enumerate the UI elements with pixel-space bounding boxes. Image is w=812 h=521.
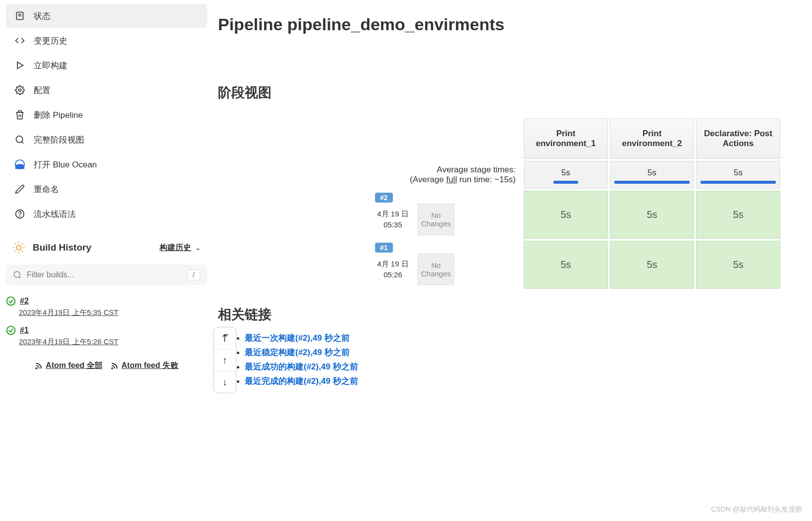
main-content: Pipeline pipeline_demo_envirments 阶段视图 P… xyxy=(213,0,812,521)
svg-line-14 xyxy=(22,251,23,252)
build-date[interactable]: 2023年4月19日 上午5:26 CST xyxy=(19,337,207,347)
svg-point-21 xyxy=(7,297,15,306)
success-icon xyxy=(6,296,16,306)
related-link[interactable]: 最近稳定构建(#2),49 秒之前 xyxy=(245,348,350,357)
svg-marker-3 xyxy=(17,62,23,68)
help-icon xyxy=(14,208,26,220)
stage-run-row[interactable]: #1 4月 19 日05:26 No Changes 5s 5s 5s xyxy=(373,241,780,289)
watermark: CSDN @敲代码敲到头发茂密 xyxy=(711,505,802,514)
build-entry[interactable]: #2 2023年4月19日 上午5:35 CST xyxy=(6,293,207,322)
stage-cell[interactable]: 5s xyxy=(696,241,780,289)
sidebar: 状态 变更历史 立即构建 配置 删除 Pipeline 完整阶段视图 打开 Bl… xyxy=(0,0,213,521)
nav-label: 重命名 xyxy=(34,184,59,195)
build-date[interactable]: 2023年4月19日 上午5:35 CST xyxy=(19,308,207,317)
build-badge: #2 xyxy=(375,193,393,203)
build-history-subtitle: 构建历史 xyxy=(160,243,191,253)
svg-point-22 xyxy=(7,326,15,335)
stage-cell[interactable]: 5s xyxy=(610,241,694,289)
atom-feed-fail-link[interactable]: Atom feed 失败 xyxy=(110,361,178,371)
nav-changes[interactable]: 变更历史 xyxy=(6,29,207,52)
atom-feed-all-link[interactable]: Atom feed 全部 xyxy=(35,361,103,371)
edit-icon xyxy=(14,183,26,195)
build-number-link[interactable]: #1 xyxy=(20,326,29,335)
scroll-up-button[interactable]: ↑ xyxy=(214,349,236,371)
chevron-down-icon[interactable]: ⌄ xyxy=(195,244,201,252)
avg-time-cell: 5s xyxy=(610,161,694,189)
avg-time-cell: 5s xyxy=(524,161,608,189)
stage-header: Print environment_1 xyxy=(524,118,608,159)
nav-rename[interactable]: 重命名 xyxy=(6,177,207,201)
nav-configure[interactable]: 配置 xyxy=(6,78,207,102)
avg-time-cell: 5s xyxy=(696,161,780,189)
build-history-title: Build History xyxy=(33,242,160,253)
search-icon xyxy=(13,270,22,279)
build-number-link[interactable]: #2 xyxy=(20,297,29,306)
svg-point-24 xyxy=(111,367,112,368)
build-badge: #1 xyxy=(375,243,393,253)
status-icon xyxy=(14,10,26,22)
nav-label: 打开 Blue Ocean xyxy=(34,159,97,170)
related-link[interactable]: 最近成功的构建(#2),49 秒之前 xyxy=(245,362,358,371)
nav-label: 完整阶段视图 xyxy=(34,134,84,146)
rss-icon xyxy=(110,362,118,370)
play-icon xyxy=(14,59,26,71)
nav-status[interactable]: 状态 xyxy=(6,4,207,28)
scroll-arrows: ↑̄ ↑ ↓ xyxy=(213,327,236,393)
nav-label: 状态 xyxy=(34,10,51,22)
success-icon xyxy=(6,325,16,335)
trash-icon xyxy=(14,109,26,121)
svg-line-18 xyxy=(22,244,23,245)
filter-shortcut-key: / xyxy=(187,269,200,280)
nav-build-now[interactable]: 立即构建 xyxy=(6,53,207,77)
nav-label: 配置 xyxy=(34,85,51,96)
build-datetime: 4月 19 日05:35 xyxy=(373,207,413,233)
avg-label-cell: Average stage times: (Average full run t… xyxy=(373,161,522,189)
build-history-header[interactable]: Build History 构建历史 ⌄ xyxy=(6,234,207,261)
search-icon xyxy=(14,134,26,146)
svg-point-10 xyxy=(16,245,21,250)
stage-run-row[interactable]: #2 4月 19 日05:35 No Changes 5s 5s 5s xyxy=(373,191,780,239)
page-title: Pipeline pipeline_demo_envirments xyxy=(218,15,797,34)
related-link[interactable]: 最近完成的构建(#2),49 秒之前 xyxy=(245,376,358,386)
stage-cell[interactable]: 5s xyxy=(696,191,780,239)
sun-icon xyxy=(12,241,26,255)
nav-label: 删除 Pipeline xyxy=(34,109,83,121)
svg-line-6 xyxy=(22,142,24,144)
build-datetime: 4月 19 日05:26 xyxy=(373,257,413,283)
changes-icon xyxy=(14,35,26,47)
no-changes: No Changes xyxy=(418,204,454,235)
scroll-top-button[interactable]: ↑̄ xyxy=(214,327,236,349)
nav-pipeline-syntax[interactable]: 流水线语法 xyxy=(6,202,207,226)
gear-icon xyxy=(14,84,26,96)
scroll-down-button[interactable]: ↓ xyxy=(214,371,236,393)
filter-builds-box[interactable]: / xyxy=(6,264,207,285)
nav-full-stage-view[interactable]: 完整阶段视图 xyxy=(6,128,207,152)
no-changes: No Changes xyxy=(418,254,454,285)
related-link[interactable]: 最近一次构建(#2),49 秒之前 xyxy=(245,333,350,343)
blueocean-icon xyxy=(14,158,26,170)
svg-point-5 xyxy=(16,136,23,143)
stage-cell[interactable]: 5s xyxy=(610,191,694,239)
stage-view-title: 阶段视图 xyxy=(218,84,797,102)
feed-row: Atom feed 全部 Atom feed 失败 xyxy=(6,361,207,371)
svg-line-20 xyxy=(19,276,20,278)
svg-point-19 xyxy=(14,271,20,277)
stage-table: Print environment_1 Print environment_2 … xyxy=(371,116,782,291)
build-entry[interactable]: #1 2023年4月19日 上午5:26 CST xyxy=(6,322,207,352)
nav-label: 流水线语法 xyxy=(34,208,76,220)
stage-cell[interactable]: 5s xyxy=(524,191,608,239)
nav-label: 变更历史 xyxy=(34,35,67,47)
stage-header: Declarative: Post Actions xyxy=(696,118,780,159)
nav-label: 立即构建 xyxy=(34,60,67,71)
svg-line-17 xyxy=(15,251,16,252)
svg-point-9 xyxy=(20,216,20,216)
svg-point-23 xyxy=(36,367,37,368)
stage-cell[interactable]: 5s xyxy=(524,241,608,289)
filter-builds-input[interactable] xyxy=(27,270,187,279)
nav-delete[interactable]: 删除 Pipeline xyxy=(6,103,207,127)
related-links-title: 相关链接 xyxy=(218,306,797,323)
nav-blue-ocean[interactable]: 打开 Blue Ocean xyxy=(6,153,207,176)
rss-icon xyxy=(35,362,43,370)
related-links-list: 最近一次构建(#2),49 秒之前 最近稳定构建(#2),49 秒之前 最近成功… xyxy=(218,332,797,387)
stage-header: Print environment_2 xyxy=(610,118,694,159)
